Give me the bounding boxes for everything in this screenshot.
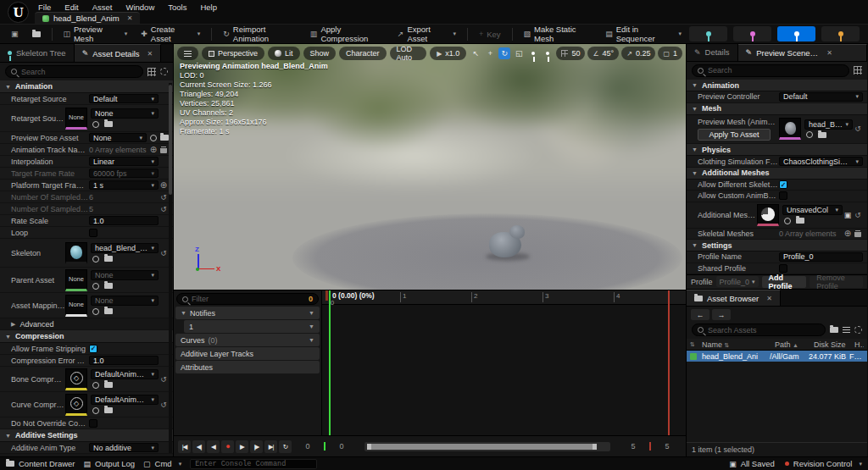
preview-controller-dropdown[interactable]: Default▾ (779, 92, 863, 102)
asset-row-selected[interactable]: head_Blend_Ani /All/Gam 24.077 KiB False (687, 351, 867, 362)
use-selected-icon[interactable] (92, 308, 99, 315)
viewport-menu-button[interactable] (177, 47, 198, 60)
track-filter[interactable]: 0 (176, 293, 319, 305)
browse-to-asset-icon[interactable] (104, 256, 113, 262)
character-dropdown[interactable]: Character (339, 47, 387, 60)
use-selected-icon[interactable] (806, 131, 813, 138)
track-notifies[interactable]: ▼ Notifies ▼ (175, 307, 320, 319)
save-collection-icon[interactable]: ▣ (843, 211, 853, 219)
trash-icon[interactable] (160, 147, 167, 153)
go-to-front-button[interactable]: |◀ (178, 440, 191, 453)
search-input[interactable] (708, 66, 843, 75)
rotation-snap-toggle[interactable]: ∠45° (587, 47, 619, 60)
make-static-mesh-button[interactable]: ▧Make Static Mesh (517, 22, 598, 46)
allow-custom-animbp-checkbox[interactable] (779, 191, 787, 200)
type-column-icon[interactable]: ⇅ (690, 341, 700, 348)
allow-frame-stripping-checkbox[interactable] (89, 345, 97, 353)
chevron-down-icon[interactable]: ▼ (309, 323, 314, 329)
asset-search[interactable] (692, 323, 826, 336)
track-curves[interactable]: Curves (0) ▼ (175, 334, 320, 346)
step-forward-button[interactable]: |▶ (250, 440, 263, 453)
browse-to-asset-icon[interactable] (104, 382, 113, 388)
use-selected-icon[interactable] (92, 283, 99, 290)
reset-icon[interactable]: ↺ (159, 401, 169, 409)
step-backward-button[interactable]: ◀| (192, 440, 205, 453)
menu-file[interactable]: File (38, 3, 51, 11)
reset-icon[interactable]: ↺ (159, 205, 169, 213)
gear-icon[interactable] (160, 68, 168, 75)
playhead-grip[interactable] (326, 290, 328, 301)
playback-speed-button[interactable]: ▶x1.0 (430, 47, 466, 60)
tab-skeleton-tree[interactable]: Skeleton Tree (0, 44, 75, 62)
close-tab-icon[interactable]: ✕ (127, 14, 133, 22)
additional-meshes-dropdown[interactable]: UnsavedCol▾ (782, 205, 843, 215)
playhead-line[interactable] (329, 290, 331, 435)
browse-to-asset-icon[interactable] (796, 218, 804, 224)
profile-name-input[interactable]: Profile_0 (779, 252, 863, 262)
output-log-button[interactable]: ▤Output Log (84, 459, 136, 468)
display-options-icon[interactable] (854, 66, 862, 75)
track-attributes[interactable]: Attributes (175, 361, 320, 373)
folder-filter-icon[interactable] (830, 327, 838, 333)
add-profile-button[interactable]: Add Profile (762, 276, 807, 288)
platform-target-frame-rate-dropdown[interactable]: 1 s▾ (89, 180, 159, 190)
timeline-track-area[interactable]: 1 2 3 4 0 (0.00) (0%) 0 (322, 290, 686, 435)
preview-viewport[interactable]: Perspective Lit Show Character LOD Auto … (174, 44, 686, 290)
loop-checkbox[interactable] (89, 229, 97, 237)
search-assets-input[interactable] (708, 326, 820, 335)
console-command-field[interactable] (190, 459, 317, 469)
interpolation-dropdown[interactable]: Linear▾ (89, 157, 159, 166)
create-asset-button[interactable]: ✚Create Asset▾ (135, 22, 206, 46)
search-input[interactable] (21, 68, 137, 76)
menu-asset[interactable]: Asset (92, 3, 113, 11)
mode-mesh-button[interactable] (733, 26, 771, 41)
asset-thumbnail[interactable]: None (65, 108, 87, 130)
trash-icon[interactable] (854, 230, 861, 237)
section-mesh[interactable]: ▼Mesh (687, 103, 867, 115)
compression-error-input[interactable]: 1.0 (89, 356, 159, 365)
reset-icon[interactable]: ↺ (159, 375, 169, 384)
section-physics[interactable]: ▼Physics (687, 144, 867, 156)
reset-icon[interactable]: ↺ (853, 211, 863, 219)
column-disk-size[interactable]: Disk Size (814, 340, 853, 349)
all-saved-indicator[interactable]: ▣All Saved (729, 459, 775, 468)
browse-to-asset-icon[interactable] (104, 121, 113, 127)
asset-thumbnail[interactable]: None (65, 269, 87, 291)
back-button[interactable]: ← (691, 309, 709, 320)
play-button[interactable]: ▶ (236, 440, 248, 453)
column-has-virtual[interactable]: Has Virtual (854, 340, 864, 349)
use-selected-icon[interactable] (92, 382, 99, 389)
chevron-down-icon[interactable]: ▼ (309, 310, 314, 316)
mode-skeleton-button[interactable] (689, 26, 727, 41)
use-selected-icon[interactable] (92, 407, 99, 414)
track-additive-layer-tracks[interactable]: Additive Layer Tracks (175, 347, 320, 360)
scrollbar-handle[interactable] (367, 444, 597, 450)
browse-to-asset-icon[interactable] (160, 135, 169, 141)
reset-icon[interactable]: ↺ (159, 193, 169, 202)
select-tool-icon[interactable]: ↖ (470, 47, 481, 59)
follow-mode-icon[interactable] (542, 47, 554, 59)
go-to-end-button[interactable]: ▶| (264, 440, 277, 453)
filter-icon[interactable] (843, 327, 850, 333)
rotate-tool-icon[interactable]: ↻ (498, 47, 510, 59)
apply-compression-button[interactable]: ▥Apply Compression (304, 22, 390, 46)
menu-tools[interactable]: Tools (168, 3, 186, 11)
console-input[interactable] (195, 460, 312, 468)
use-selected-icon[interactable] (150, 135, 157, 141)
close-icon[interactable]: ✕ (766, 295, 772, 302)
close-icon[interactable]: ✕ (147, 50, 153, 58)
play-reverse-button[interactable]: ◀ (207, 440, 220, 453)
scale-tool-icon[interactable]: ◱ (513, 47, 525, 59)
shared-profile-checkbox[interactable] (779, 264, 787, 273)
lit-dropdown[interactable]: Lit (268, 47, 300, 60)
reset-icon[interactable]: ↺ (853, 124, 863, 133)
allow-different-skeletons-checkbox[interactable] (779, 180, 787, 189)
browse-to-asset-icon[interactable] (818, 132, 826, 138)
section-animation[interactable]: ▼Animation (687, 80, 867, 91)
perspective-dropdown[interactable]: Perspective (202, 47, 264, 60)
asset-details-search[interactable] (5, 65, 143, 78)
add-element-icon[interactable]: ⊕ (843, 229, 853, 238)
tab-preview-scene-settings[interactable]: ✎Preview Scene Se✕ (738, 44, 867, 61)
add-platform-icon[interactable]: ⊕ (159, 180, 169, 190)
track-filter-input[interactable] (192, 295, 305, 303)
